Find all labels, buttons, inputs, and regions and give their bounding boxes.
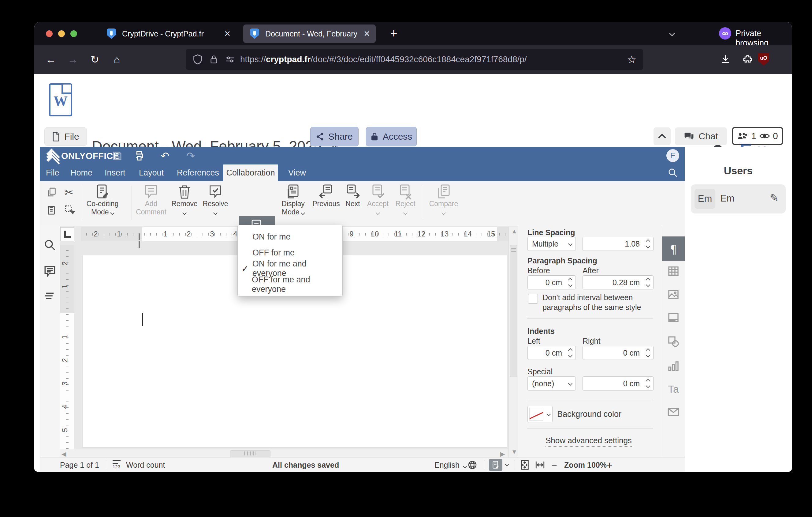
- next-change-button[interactable]: Next: [342, 184, 364, 208]
- reject-button[interactable]: Reject: [392, 184, 418, 216]
- access-button[interactable]: Access: [366, 127, 417, 146]
- save-icon[interactable]: [110, 149, 124, 163]
- spacing-before-spinner[interactable]: 0 cm: [527, 275, 576, 290]
- url-text[interactable]: https://cryptpad.fr/doc/#/3/doc/edit/ff0…: [240, 55, 527, 64]
- bookmark-star-icon[interactable]: ☆: [627, 53, 636, 65]
- previous-change-button[interactable]: Previous: [312, 184, 341, 208]
- spacing-after-spinner[interactable]: 0.28 cm: [583, 275, 654, 290]
- zoom-in-button[interactable]: +: [606, 459, 612, 471]
- paste-icon[interactable]: [47, 205, 57, 216]
- select-all-icon[interactable]: [64, 205, 75, 216]
- word-count-label[interactable]: Word count: [126, 461, 165, 469]
- vertical-ruler[interactable]: 21123456: [60, 245, 74, 456]
- shape-settings-icon[interactable]: [667, 335, 679, 349]
- tab-close-icon[interactable]: ✕: [219, 29, 236, 38]
- collapse-toolbar-button[interactable]: [654, 128, 671, 145]
- left-indent-marker[interactable]: [139, 242, 140, 247]
- indent-right-spinner[interactable]: 0 cm: [583, 346, 654, 360]
- redo-icon[interactable]: ↷: [183, 149, 198, 163]
- url-bar[interactable]: https://cryptpad.fr/doc/#/3/doc/edit/ff0…: [186, 49, 643, 70]
- reload-button[interactable]: ↻: [87, 51, 103, 67]
- special-value-spinner[interactable]: 0 cm: [583, 376, 654, 390]
- background-color-swatch[interactable]: [527, 406, 553, 423]
- chat-button[interactable]: Chat: [675, 128, 727, 145]
- presence-counter[interactable]: 1 0: [732, 127, 783, 145]
- menu-references[interactable]: References: [175, 164, 221, 181]
- print-icon[interactable]: [132, 149, 146, 163]
- vertical-scrollbar[interactable]: ▲ ▼: [509, 227, 518, 458]
- dropdown-item-on-for-everyone[interactable]: ✓ON for me and everyone: [238, 261, 342, 277]
- scroll-down-icon[interactable]: ▼: [511, 448, 517, 456]
- comments-icon[interactable]: [44, 265, 56, 278]
- tab-list-chevron-icon[interactable]: [669, 30, 675, 36]
- window-minimize-button[interactable]: [58, 30, 65, 37]
- zoom-level[interactable]: Zoom 100%: [564, 461, 607, 469]
- user-list-item[interactable]: Em Em ✎: [691, 184, 786, 214]
- undo-icon[interactable]: ↶: [158, 149, 172, 163]
- first-line-indent-marker[interactable]: [139, 234, 140, 240]
- paragraph-settings-tab-active[interactable]: ¶: [662, 237, 685, 261]
- menu-collaboration-active[interactable]: Collaboration: [223, 164, 278, 181]
- tracking-shield-icon[interactable]: [193, 54, 202, 65]
- dropdown-item-on-for-me[interactable]: ON for me: [238, 229, 342, 245]
- header-footer-settings-icon[interactable]: [667, 311, 679, 325]
- downloads-icon[interactable]: [720, 54, 731, 64]
- new-tab-button[interactable]: +: [385, 25, 402, 42]
- menu-file[interactable]: File: [44, 164, 61, 181]
- tab-close-icon[interactable]: ✕: [358, 29, 376, 38]
- scroll-left-icon[interactable]: ◀: [61, 450, 66, 458]
- remove-button[interactable]: Remove: [171, 184, 198, 216]
- share-button[interactable]: Share: [310, 127, 358, 146]
- track-status-chevron-icon[interactable]: [505, 462, 509, 466]
- user-avatar-circle[interactable]: E: [666, 149, 679, 162]
- menu-layout[interactable]: Layout: [137, 164, 166, 181]
- chart-settings-icon[interactable]: [667, 360, 679, 373]
- file-menu-button[interactable]: File: [45, 128, 87, 146]
- advanced-settings-link[interactable]: Show advanced settings: [546, 436, 632, 447]
- dropdown-item-off-for-me[interactable]: OFF for me: [238, 245, 342, 261]
- image-settings-icon[interactable]: [667, 288, 679, 302]
- tab-stop-selector[interactable]: [60, 227, 74, 241]
- window-zoom-button[interactable]: [70, 30, 77, 37]
- editor-search-icon[interactable]: [668, 167, 678, 179]
- tab-cryptdrive[interactable]: CryptDrive - CryptPad.fr ✕: [100, 25, 236, 43]
- scroll-right-icon[interactable]: ▶: [500, 450, 505, 458]
- lock-icon[interactable]: [210, 55, 218, 64]
- copy-icon[interactable]: [47, 187, 57, 198]
- home-button[interactable]: ⌂: [109, 51, 125, 67]
- window-close-button[interactable]: [46, 30, 53, 37]
- dropdown-item-off-for-everyone[interactable]: OFF for me and everyone: [238, 277, 342, 293]
- accept-button[interactable]: Accept: [365, 184, 391, 216]
- track-changes-status-button[interactable]: [489, 459, 502, 471]
- fit-page-icon[interactable]: [520, 460, 530, 472]
- edit-name-pencil-icon[interactable]: ✎: [770, 192, 779, 204]
- spellcheck-globe-icon[interactable]: [467, 460, 477, 472]
- indent-left-spinner[interactable]: 0 cm: [527, 346, 576, 360]
- line-spacing-value-spinner[interactable]: 1.08: [583, 237, 654, 251]
- resolve-button[interactable]: Resolve: [201, 184, 229, 216]
- compare-button[interactable]: Compare: [428, 184, 460, 216]
- ublock-icon[interactable]: uO: [758, 53, 769, 65]
- menu-view[interactable]: View: [286, 164, 308, 181]
- extensions-puzzle-icon[interactable]: [743, 54, 753, 64]
- mail-merge-icon[interactable]: [667, 407, 679, 418]
- interval-checkbox[interactable]: [528, 294, 538, 303]
- scrollbar-thumb[interactable]: [230, 450, 270, 457]
- textart-settings-icon[interactable]: Ta: [668, 383, 679, 395]
- add-comment-button[interactable]: AddComment: [135, 184, 167, 216]
- display-mode-button[interactable]: DisplayMode: [278, 184, 309, 216]
- permissions-icon[interactable]: [226, 55, 235, 64]
- forward-button[interactable]: →: [65, 51, 81, 67]
- fit-width-icon[interactable]: [535, 460, 545, 472]
- coediting-mode-button[interactable]: Co-editingMode: [86, 184, 119, 216]
- tab-document-active[interactable]: Document - Wed, February 5, 20 ✕: [243, 25, 376, 43]
- scroll-up-icon[interactable]: ▲: [511, 228, 517, 235]
- navigation-headings-icon[interactable]: [44, 290, 56, 302]
- menu-insert[interactable]: Insert: [103, 164, 127, 181]
- back-button[interactable]: ←: [43, 51, 59, 67]
- language-selector[interactable]: English: [434, 461, 466, 469]
- cut-icon[interactable]: ✂: [64, 186, 74, 199]
- page-count[interactable]: Page 1 of 1: [60, 461, 99, 469]
- menu-home[interactable]: Home: [68, 164, 94, 181]
- horizontal-scrollbar[interactable]: ◀ ▶: [60, 449, 509, 458]
